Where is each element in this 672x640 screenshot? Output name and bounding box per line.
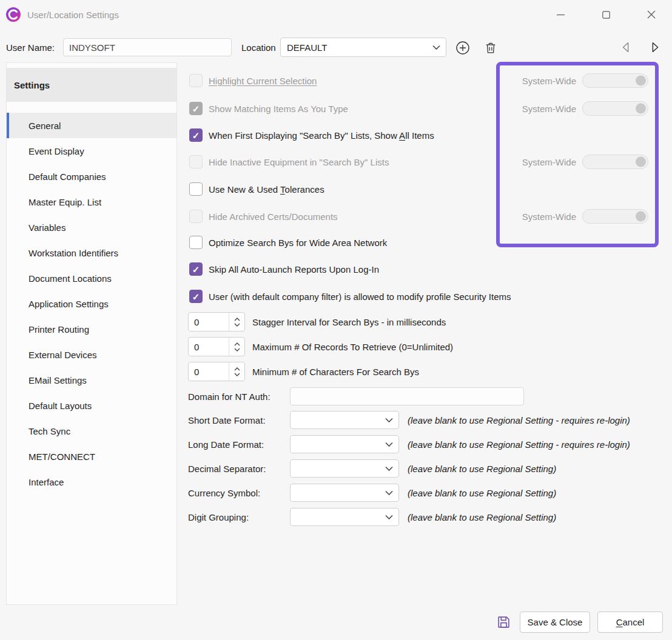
checkbox-show-matching-items[interactable] — [189, 102, 203, 115]
sidebar-item-email-settings[interactable]: EMail Settings — [7, 367, 176, 393]
system-wide-row: System-Wide — [501, 155, 648, 169]
save-icon[interactable] — [496, 614, 512, 630]
decimal-separator-select[interactable] — [290, 459, 399, 478]
next-record-button[interactable] — [647, 39, 664, 56]
checkbox-hide-inactive-equipment[interactable] — [189, 155, 203, 168]
checkbox-use-new-used-tolerances[interactable] — [189, 182, 203, 196]
spinner-label: Maximum # Of Records To Retrieve (0=Unli… — [252, 342, 453, 352]
sidebar-item-default-layouts[interactable]: Default Layouts — [7, 393, 176, 418]
spinner-value: 0 — [189, 367, 229, 377]
delete-location-button[interactable] — [483, 39, 499, 56]
system-wide-label: System-Wide — [501, 104, 576, 114]
sidebar-item-general[interactable]: General — [7, 113, 176, 138]
sidebar-item-label: Workstation Identifiers — [29, 248, 118, 258]
close-icon[interactable] — [639, 2, 664, 27]
row-modify-security-items: User (with default company filter) is al… — [189, 290, 511, 303]
system-wide-toggle-matching-items[interactable] — [582, 101, 648, 116]
location-value: DEFAULT — [287, 42, 327, 53]
chevron-down-icon — [385, 442, 393, 447]
checkbox-label: Highlight Current Selection — [209, 76, 317, 86]
system-wide-toggle-highlight[interactable] — [582, 73, 648, 88]
system-wide-toggle-inactive-equipment[interactable] — [582, 155, 648, 169]
system-wide-label: System-Wide — [501, 157, 576, 167]
sidebar-item-met-connect[interactable]: MET/CONNECT — [7, 444, 176, 469]
checkbox-highlight-current-selection[interactable] — [189, 74, 203, 87]
minimize-icon[interactable] — [548, 2, 573, 27]
sidebar-item-label: Printer Routing — [29, 324, 89, 335]
spinner-arrows[interactable] — [229, 362, 244, 381]
system-wide-label: System-Wide — [501, 76, 576, 86]
short-date-format-select[interactable] — [290, 411, 399, 429]
location-select[interactable]: DEFAULT — [280, 38, 446, 57]
row-show-matching-items: Show Matching Items As You Type — [189, 102, 348, 115]
row-skip-auto-launch-reports: Skip All Auto-Launch Reports Upon Log-In — [189, 262, 379, 276]
sidebar-item-label: Application Settings — [29, 299, 109, 309]
checkbox-label: Skip All Auto-Launch Reports Upon Log-In — [209, 264, 379, 275]
checkbox-label: Show Matching Items As You Type — [209, 104, 348, 114]
sidebar-item-workstation-identifiers[interactable]: Workstation Identifiers — [7, 240, 176, 265]
sidebar-item-label: Interface — [29, 477, 64, 487]
toggle-knob — [636, 76, 646, 86]
previous-record-button[interactable] — [617, 39, 634, 56]
sidebar-item-application-settings[interactable]: Application Settings — [7, 291, 176, 316]
row-highlight-current-selection: Highlight Current Selection — [189, 74, 317, 87]
checkbox-show-all-items[interactable] — [189, 128, 203, 142]
spinner-arrows[interactable] — [229, 338, 244, 356]
checkbox-label: When First Displaying "Search By" Lists,… — [209, 130, 434, 141]
sidebar-item-default-companies[interactable]: Default Companies — [7, 164, 176, 189]
checkbox-modify-security-items[interactable] — [189, 290, 203, 303]
spinner-value: 0 — [189, 317, 229, 327]
chevron-down-icon — [385, 515, 393, 519]
user-name-input[interactable] — [63, 38, 232, 56]
sidebar-item-printer-routing[interactable]: Printer Routing — [7, 316, 176, 342]
row-short-date-format: Short Date Format: (leave blank to use R… — [188, 411, 630, 429]
sidebar-item-master-equip-list[interactable]: Master Equip. List — [7, 189, 176, 215]
checkbox-label: Use New & Used Tolerances — [209, 184, 324, 195]
digit-grouping-label: Digit Grouping: — [188, 512, 290, 522]
regional-setting-note: (leave blank to use Regional Setting) — [408, 488, 556, 498]
spinner-arrows[interactable] — [229, 313, 244, 331]
long-date-format-select[interactable] — [290, 435, 399, 453]
sidebar-item-label: EMail Settings — [29, 375, 87, 385]
row-use-new-used-tolerances: Use New & Used Tolerances — [189, 182, 324, 196]
sidebar-item-label: MET/CONNECT — [29, 452, 95, 462]
digit-grouping-select[interactable] — [290, 508, 399, 526]
add-location-button[interactable] — [454, 39, 471, 56]
sidebar-item-label: Event Display — [29, 146, 84, 156]
save-close-label: Save & Close — [528, 617, 583, 627]
sidebar-item-label: Default Layouts — [29, 401, 92, 411]
checkbox-optimize-search-bys[interactable] — [189, 236, 203, 249]
window-title: User/Location Settings — [27, 10, 119, 20]
title-bar: User/Location Settings — [0, 0, 672, 29]
sidebar-item-external-devices[interactable]: External Devices — [7, 342, 176, 367]
short-date-format-label: Short Date Format: — [188, 415, 290, 425]
max-records-input[interactable]: 0 — [188, 337, 245, 356]
toggle-knob — [636, 212, 646, 222]
row-long-date-format: Long Date Format: (leave blank to use Re… — [188, 435, 630, 453]
sidebar-item-label: General — [29, 121, 61, 131]
checkbox-hide-archived-certs[interactable] — [189, 210, 203, 223]
spinner-label: Minimum # of Characters For Search Bys — [252, 367, 419, 377]
cancel-label: Cancel — [616, 617, 645, 627]
system-wide-toggle-archived-certs[interactable] — [582, 209, 648, 224]
sidebar-item-tech-sync[interactable]: Tech Sync — [7, 418, 176, 444]
regional-setting-note: (leave blank to use Regional Setting) — [408, 464, 556, 474]
min-characters-input[interactable]: 0 — [188, 362, 245, 381]
row-domain-nt-auth: Domain for NT Auth: — [188, 387, 524, 405]
save-close-button[interactable]: Save & Close — [520, 612, 590, 633]
sidebar-item-label: Default Companies — [29, 172, 106, 182]
sidebar-item-event-display[interactable]: Event Display — [7, 138, 176, 164]
sidebar-item-variables[interactable]: Variables — [7, 215, 176, 240]
currency-symbol-select[interactable] — [290, 484, 399, 502]
domain-nt-auth-input[interactable] — [290, 387, 524, 405]
cancel-button[interactable]: Cancel — [597, 612, 663, 633]
stagger-interval-input[interactable]: 0 — [188, 312, 245, 332]
long-date-format-label: Long Date Format: — [188, 439, 290, 450]
sidebar-item-interface[interactable]: Interface — [7, 469, 176, 495]
maximize-icon[interactable] — [594, 2, 618, 27]
checkbox-skip-auto-launch-reports[interactable] — [189, 262, 203, 276]
app-logo-icon — [5, 7, 21, 22]
sidebar-item-document-locations[interactable]: Document Locations — [7, 265, 176, 291]
system-wide-label: System-Wide — [501, 212, 576, 222]
sidebar-item-label: External Devices — [29, 350, 97, 360]
